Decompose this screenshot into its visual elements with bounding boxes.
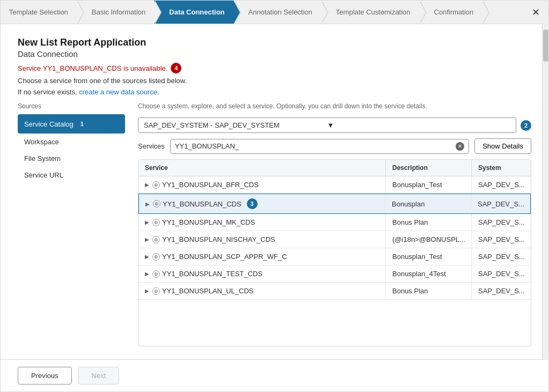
section-title: Data Connection (18, 49, 531, 58)
service-cell: ▶ ⊕ YY1_BONUSPLAN_MK_CDS (138, 214, 386, 231)
error-badge: 4 (171, 63, 181, 73)
expand-icon[interactable]: ▶ (145, 271, 149, 277)
service-cell: ▶ ⊕ YY1_BONUSPLAN_BFR_CDS (138, 176, 386, 193)
search-input[interactable] (175, 142, 456, 150)
col-header-service: Service (138, 160, 386, 176)
service-cell: ▶ ⊕ YY1_BONUSPLAN_SCP_APPR_WF_C (138, 248, 386, 265)
close-button[interactable]: ✕ (523, 1, 548, 24)
error-message: Service YY1_BONUSPLAN_CDS is unavailable… (18, 63, 531, 73)
table-body: ▶ ⊕ YY1_BONUSPLAN_BFR_CDS Bonusplan_Test… (138, 176, 531, 300)
services-label: Services (138, 142, 165, 150)
table-row[interactable]: ▶ ⊕ YY1_BONUSPLAN_CDS 3 Bonusplan SAP_DE… (138, 194, 531, 214)
system-cell: SAP_DEV_S... (471, 194, 530, 213)
col-header-description: Description (386, 160, 472, 176)
wizard-header: Template Selection Basic Information Dat… (1, 1, 548, 24)
expand-icon[interactable]: ▶ (145, 254, 149, 260)
description-cell: Bonusplan (385, 194, 471, 213)
content-area: New List Report Application Data Connect… (1, 24, 548, 359)
table-row[interactable]: ▶ ⊕ YY1_BONUSPLAN_SCP_APPR_WF_C Bonuspla… (138, 248, 531, 265)
system-cell: SAP_DEV_S... (472, 248, 531, 265)
system-cell: SAP_DEV_S... (472, 283, 531, 299)
system-dropdown[interactable]: SAP_DEV_SYSTEM - SAP_DEV_SYSTEM ▼ (138, 117, 516, 133)
source-item-workspace[interactable]: Workspace (18, 134, 125, 150)
sources-panel: Sources Service Catalog 1 Workspace File… (18, 102, 125, 346)
previous-button[interactable]: Previous (18, 367, 72, 384)
system-cell: SAP_DEV_S... (472, 231, 531, 248)
show-details-button[interactable]: Show Details (474, 138, 531, 154)
services-row: Services ✕ Show Details (138, 138, 531, 154)
service-icon: ⊕ (152, 270, 160, 278)
service-icon: ⊕ (153, 200, 160, 208)
right-panel: Choose a system, explore, and select a s… (138, 102, 531, 346)
description-cell: Bonus Plan (386, 214, 472, 231)
source-badge-1: 1 (77, 119, 87, 129)
hint-text: Choose a system, explore, and select a s… (138, 102, 531, 110)
services-search-box[interactable]: ✕ (170, 139, 469, 154)
service-cell: ▶ ⊕ YY1_BONUSPLAN_CDS 3 (139, 194, 385, 213)
dropdown-arrow-icon: ▼ (327, 121, 511, 129)
expand-icon[interactable]: ▶ (145, 201, 150, 207)
expand-icon[interactable]: ▶ (145, 219, 149, 225)
sources-label: Sources (18, 102, 125, 110)
app-title: New List Report Application (18, 37, 531, 48)
create-datasource-link[interactable]: create a new data source. (79, 88, 159, 96)
dialog: Template Selection Basic Information Dat… (0, 0, 549, 392)
description-cell: Bonus Plan (386, 283, 472, 299)
service-icon: ⊕ (152, 287, 160, 295)
wizard-step-template-customization[interactable]: Template Customization (321, 1, 419, 24)
description-cell: Bonusplan_Test (386, 248, 472, 265)
service-icon: ⊕ (152, 181, 160, 189)
system-cell: SAP_DEV_S... (472, 176, 531, 193)
source-item-service-url[interactable]: Service URL (18, 167, 125, 183)
row-badge-3: 3 (247, 198, 258, 209)
wizard-step-data-connection[interactable]: Data Connection (154, 1, 233, 24)
service-icon: ⊕ (152, 253, 160, 261)
service-cell: ▶ ⊕ YY1_BONUSPLAN_UL_CDS (138, 283, 386, 299)
clear-search-button[interactable]: ✕ (456, 142, 464, 151)
instruction-line2: If no service exists, create a new data … (18, 88, 531, 96)
description-cell: {@i18n>@BONUSPL... (386, 231, 472, 248)
service-cell: ▶ ⊕ YY1_BONUSPLAN_TEST_CDS (138, 265, 386, 282)
expand-icon[interactable]: ▶ (145, 236, 149, 242)
service-icon: ⊕ (152, 219, 160, 226)
wizard-step-basic-information[interactable]: Basic Information (77, 1, 154, 24)
scrollbar-track (542, 24, 548, 359)
instruction-line1: Choose a service from one of the sources… (18, 77, 531, 85)
table-header: Service Description System (138, 160, 531, 176)
system-cell: SAP_DEV_S... (472, 214, 531, 231)
table-row[interactable]: ▶ ⊕ YY1_BONUSPLAN_BFR_CDS Bonusplan_Test… (138, 176, 531, 194)
service-icon: ⊕ (152, 236, 160, 243)
description-cell: Bonusplan_Test (386, 176, 472, 193)
main-area: Sources Service Catalog 1 Workspace File… (18, 102, 531, 346)
next-button: Next (78, 367, 120, 384)
service-cell: ▶ ⊕ YY1_BONUSPLAN_NISCHAY_CDS (138, 231, 386, 248)
description-cell: Bonusplan_4Test (386, 265, 472, 282)
wizard-step-template-selection[interactable]: Template Selection (1, 1, 77, 24)
expand-icon[interactable]: ▶ (145, 182, 149, 188)
system-cell: SAP_DEV_S... (472, 265, 531, 282)
source-item-service-catalog[interactable]: Service Catalog 1 (18, 114, 125, 134)
col-header-system: System (472, 160, 531, 176)
wizard-step-annotation-selection[interactable]: Annotation Selection (233, 1, 321, 24)
scrollbar-thumb[interactable] (543, 29, 548, 62)
table-row[interactable]: ▶ ⊕ YY1_BONUSPLAN_UL_CDS Bonus Plan SAP_… (138, 283, 531, 300)
wizard-step-confirmation[interactable]: Confirmation (419, 1, 482, 24)
service-table: Service Description System ▶ ⊕ YY1_BONUS… (138, 159, 531, 346)
table-row[interactable]: ▶ ⊕ YY1_BONUSPLAN_NISCHAY_CDS {@i18n>@BO… (138, 231, 531, 248)
table-row[interactable]: ▶ ⊕ YY1_BONUSPLAN_MK_CDS Bonus Plan SAP_… (138, 214, 531, 231)
expand-icon[interactable]: ▶ (145, 288, 149, 294)
source-item-file-system[interactable]: File System (18, 150, 125, 167)
table-row[interactable]: ▶ ⊕ YY1_BONUSPLAN_TEST_CDS Bonusplan_4Te… (138, 265, 531, 283)
footer: Previous Next (1, 359, 548, 391)
system-badge-2: 2 (521, 120, 531, 131)
